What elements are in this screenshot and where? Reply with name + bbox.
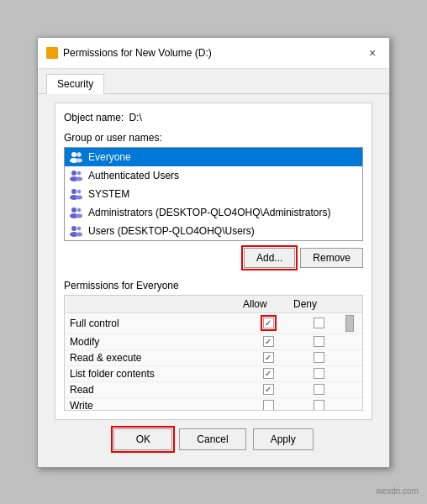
- deny-write-checkbox[interactable]: [314, 400, 324, 410]
- user-group-icon-auth: [70, 169, 83, 182]
- user-item-system[interactable]: SYSTEM: [65, 185, 362, 203]
- deny-read-cell: [293, 384, 344, 395]
- allow-write-cell: [243, 400, 293, 410]
- group-section-label: Group or user names:: [64, 132, 363, 144]
- tab-security[interactable]: Security: [46, 74, 104, 94]
- object-name-row: Object name: D:\: [64, 112, 363, 123]
- svg-point-2: [77, 152, 82, 156]
- user-name-everyone: Everyone: [88, 151, 131, 163]
- user-group-icon-system: [70, 187, 83, 201]
- remove-button[interactable]: Remove: [300, 248, 363, 268]
- svg-point-6: [77, 171, 82, 175]
- allow-write-checkbox[interactable]: [263, 400, 274, 410]
- add-button[interactable]: Add...: [244, 248, 295, 268]
- svg-point-11: [76, 195, 82, 199]
- deny-fullcontrol-cell: [293, 318, 344, 328]
- svg-point-15: [76, 213, 82, 218]
- allow-modify-checkbox[interactable]: [263, 336, 274, 347]
- user-item-administrators[interactable]: Administrators (DESKTOP-QLO4OHQ\Administ…: [65, 203, 362, 222]
- close-button[interactable]: ×: [364, 45, 381, 61]
- scrollbar-area: [344, 315, 357, 332]
- user-item-authenticated[interactable]: Authenticated Users: [65, 166, 362, 185]
- user-group-icon: [70, 150, 83, 164]
- user-group-icon-admin: [70, 206, 83, 219]
- permissions-table: Allow Deny Full control: [64, 295, 363, 411]
- user-list: Everyone Authenticated Users: [64, 147, 363, 241]
- user-name-users: Users (DESKTOP-QLO4OHQ\Users): [88, 225, 255, 237]
- allow-fullcontrol-checkbox[interactable]: [263, 318, 274, 328]
- user-name-authenticated: Authenticated Users: [88, 170, 179, 181]
- cancel-button[interactable]: Cancel: [179, 428, 245, 450]
- dialog-icon: [46, 47, 58, 59]
- perm-name-read: Read: [70, 384, 243, 396]
- header-permission: [70, 298, 243, 310]
- perm-row-read: Read: [65, 382, 362, 398]
- allow-readexecute-cell: [243, 352, 293, 363]
- allow-read-checkbox[interactable]: [263, 384, 274, 395]
- title-bar-left: Permissions for New Volume (D:): [46, 47, 212, 59]
- svg-point-16: [71, 226, 76, 231]
- user-group-icon-users: [70, 224, 83, 238]
- deny-readexecute-checkbox[interactable]: [314, 352, 324, 363]
- allow-readexecute-checkbox[interactable]: [263, 352, 274, 363]
- header-deny: Deny: [293, 298, 344, 310]
- deny-modify-checkbox[interactable]: [314, 336, 324, 347]
- deny-listfolder-checkbox[interactable]: [314, 368, 324, 379]
- svg-point-10: [77, 189, 82, 193]
- deny-modify-cell: [293, 336, 344, 347]
- svg-point-3: [76, 158, 82, 162]
- deny-read-checkbox[interactable]: [314, 384, 324, 395]
- object-name-label: Object name:: [64, 112, 124, 123]
- deny-listfolder-cell: [293, 368, 344, 379]
- deny-write-cell: [293, 400, 344, 410]
- watermark: wexdn.com: [376, 486, 419, 496]
- apply-button[interactable]: Apply: [253, 428, 314, 450]
- add-remove-row: Add... Remove: [64, 248, 363, 268]
- svg-point-0: [71, 152, 76, 157]
- perm-name-listfolder: List folder contents: [70, 368, 243, 380]
- user-item-users[interactable]: Users (DESKTOP-QLO4OHQ\Users): [65, 222, 362, 240]
- allow-fullcontrol-cell: [243, 318, 293, 328]
- user-item-everyone[interactable]: Everyone: [65, 148, 362, 166]
- perm-row-readexecute: Read & execute: [65, 350, 362, 366]
- scrollbar-thumb[interactable]: [345, 315, 354, 332]
- object-name-value: D:\: [129, 112, 141, 123]
- permissions-dialog: Permissions for New Volume (D:) × Securi…: [37, 37, 390, 468]
- perm-row-write: Write: [65, 398, 362, 410]
- deny-readexecute-cell: [293, 352, 344, 363]
- allow-read-cell: [243, 384, 293, 395]
- svg-point-7: [76, 176, 82, 181]
- tab-bar: Security: [38, 69, 389, 94]
- perm-name-modify: Modify: [70, 336, 243, 348]
- svg-point-8: [71, 189, 76, 194]
- main-content: Object name: D:\ Group or user names: Ev…: [38, 94, 389, 467]
- perm-row-fullcontrol: Full control: [65, 313, 362, 334]
- perm-name-fullcontrol: Full control: [70, 318, 243, 329]
- svg-point-4: [71, 171, 76, 176]
- perm-name-write: Write: [70, 400, 243, 410]
- user-name-system: SYSTEM: [88, 188, 129, 200]
- svg-point-18: [77, 226, 82, 230]
- allow-listfolder-cell: [243, 368, 293, 379]
- dialog-title: Permissions for New Volume (D:): [63, 47, 212, 59]
- ok-button[interactable]: OK: [113, 428, 172, 450]
- title-bar: Permissions for New Volume (D:) ×: [38, 38, 389, 69]
- dialog-footer: OK Cancel Apply: [46, 420, 381, 459]
- svg-point-19: [76, 232, 82, 236]
- header-allow: Allow: [243, 298, 293, 310]
- svg-point-14: [77, 207, 82, 212]
- perm-name-readexecute: Read & execute: [70, 352, 243, 364]
- allow-modify-cell: [243, 336, 293, 347]
- deny-fullcontrol-checkbox[interactable]: [314, 318, 324, 328]
- svg-point-12: [71, 207, 76, 213]
- content-panel: Object name: D:\ Group or user names: Ev…: [55, 102, 372, 420]
- user-name-administrators: Administrators (DESKTOP-QLO4OHQ\Administ…: [88, 207, 331, 218]
- perm-row-listfolder: List folder contents: [65, 366, 362, 382]
- permissions-label: Permissions for Everyone: [64, 276, 363, 295]
- perm-row-modify: Modify: [65, 334, 362, 350]
- permissions-header: Allow Deny: [65, 296, 362, 313]
- allow-listfolder-checkbox[interactable]: [263, 368, 274, 379]
